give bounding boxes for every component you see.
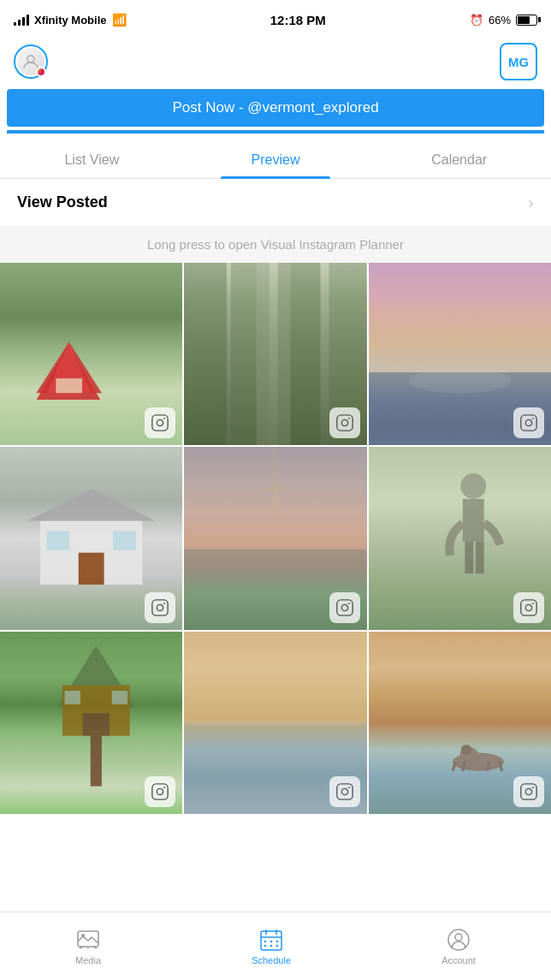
svg-marker-21 [27,489,155,520]
account-icon [447,928,471,952]
svg-rect-23 [46,532,69,550]
svg-point-65 [525,788,531,794]
instagram-badge-8 [329,776,360,807]
svg-rect-39 [521,599,536,615]
svg-point-56 [348,787,350,788]
svg-point-34 [348,603,350,604]
wifi-icon: 📶 [112,13,127,27]
post-now-text: Post Now - @vermont_explored [172,99,378,116]
instagram-badge-5 [329,592,360,623]
status-left: Xfinity Mobile 📶 [14,13,127,27]
svg-point-68 [81,934,85,937]
instagram-badge-9 [513,776,544,807]
instagram-badge-3 [513,407,544,438]
svg-point-55 [341,788,347,794]
photo-cell-1[interactable] [0,263,182,445]
svg-rect-12 [336,415,352,431]
svg-rect-11 [257,263,291,445]
tab-list-view[interactable]: List View [0,140,184,178]
long-press-text: Long press to open Visual Instagram Plan… [147,237,404,252]
svg-point-40 [525,604,531,610]
signal-icon [14,14,29,26]
photo-cell-3[interactable] [369,263,551,445]
battery-icon [516,15,537,26]
svg-rect-22 [79,553,104,585]
svg-point-50 [163,787,165,788]
view-posted-row[interactable]: View Posted › [0,179,551,227]
svg-rect-32 [336,599,352,615]
svg-rect-36 [463,499,484,542]
svg-rect-46 [64,691,80,704]
svg-point-83 [455,934,462,941]
svg-point-35 [460,473,486,499]
instagram-badge-6 [513,592,544,623]
post-now-banner[interactable]: Post Now - @vermont_explored [7,89,544,127]
user-initials-button[interactable]: MG [500,43,537,80]
svg-rect-37 [465,541,473,573]
svg-point-0 [27,56,34,62]
story-indicator [36,67,46,77]
svg-point-26 [157,604,163,610]
header: MG [0,38,551,86]
svg-rect-7 [184,263,227,445]
svg-point-49 [157,788,163,794]
photo-cell-6[interactable] [369,447,551,629]
photo-cell-8[interactable] [184,632,366,814]
photo-cell-4[interactable] [0,447,182,629]
svg-line-61 [463,762,465,771]
schedule-label: Schedule [252,955,291,965]
svg-rect-54 [336,784,352,799]
instagram-badge-1 [145,407,175,438]
svg-rect-47 [111,691,127,704]
photo-cell-7[interactable] [0,632,182,814]
svg-point-66 [532,787,534,788]
svg-point-19 [532,418,534,419]
svg-line-62 [487,762,489,771]
view-tabs: List View Preview Calendar [0,140,551,179]
status-time: 12:18 PM [270,13,326,27]
media-label: Media [75,955,101,965]
svg-point-53 [184,720,366,725]
svg-rect-64 [521,784,536,799]
svg-rect-48 [152,784,168,799]
svg-rect-45 [82,714,110,736]
carrier-name: Xfinity Mobile [34,14,107,27]
svg-rect-38 [476,541,484,573]
battery-percent: 66% [489,14,511,27]
chevron-right-icon: › [528,193,534,212]
photo-grid [0,263,551,814]
photo-cell-9[interactable] [369,632,551,814]
instagram-badge-7 [145,776,175,807]
banner-underline [7,130,544,134]
svg-point-6 [163,418,165,419]
view-posted-label: View Posted [17,193,108,211]
nav-account[interactable]: Account [424,921,493,972]
svg-point-18 [525,420,531,426]
svg-point-59 [460,745,471,756]
instagram-badge-2 [329,407,360,438]
bottom-nav: Media Schedule [0,912,551,980]
instagram-badge-4 [145,592,175,623]
alarm-icon: ⏰ [470,14,483,27]
profile-avatar[interactable] [14,45,48,79]
nav-schedule[interactable]: Schedule [234,921,308,972]
svg-rect-4 [152,415,168,431]
svg-point-27 [163,603,165,604]
status-right: ⏰ 66% [470,14,537,27]
photo-cell-5[interactable] [184,447,366,629]
tab-calendar[interactable]: Calendar [367,140,551,178]
tab-preview[interactable]: Preview [184,140,368,178]
svg-rect-51 [184,632,366,723]
long-press-hint: Long press to open Visual Instagram Plan… [0,227,551,263]
svg-point-14 [348,418,350,419]
status-bar: Xfinity Mobile 📶 12:18 PM ⏰ 66% [0,0,551,38]
svg-rect-25 [152,599,168,615]
nav-media[interactable]: Media [58,921,118,972]
account-label: Account [441,955,476,965]
schedule-icon [259,928,283,952]
media-icon [76,928,100,952]
photo-cell-2[interactable] [184,263,366,445]
svg-point-33 [341,604,347,610]
svg-rect-3 [56,378,83,393]
svg-point-13 [341,420,347,426]
